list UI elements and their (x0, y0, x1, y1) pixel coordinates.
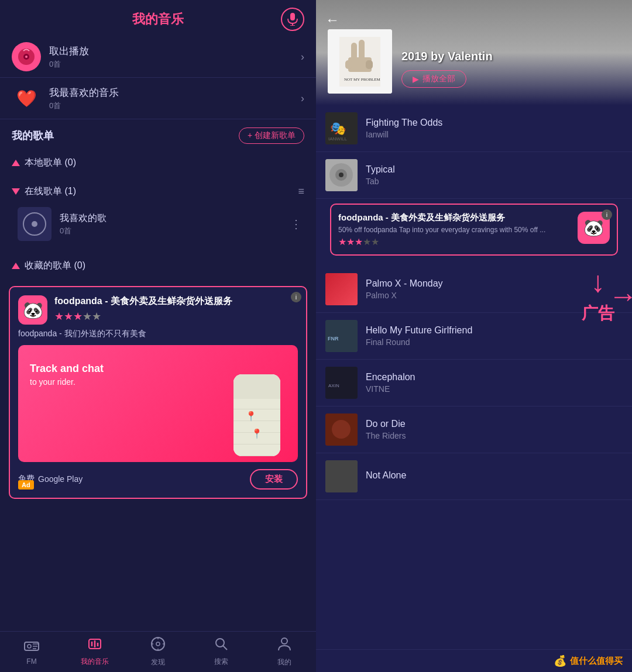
left-ad-image-subtitle: to your rider. (30, 377, 104, 387)
nav-label-mymusic: 我的音乐 (81, 657, 109, 667)
nav-item-mymusic[interactable]: 我的音乐 (63, 632, 126, 672)
track-name-4: Encephalon (366, 372, 623, 382)
collected-songs-left: 收藏的歌单 (0) (12, 260, 85, 272)
track-thumb-3: FNR (325, 320, 358, 352)
local-songs-title: 本地歌单 (0) (25, 157, 76, 169)
track-item-6[interactable]: Not Alone (316, 453, 632, 500)
bottom-nav: FM 我的音乐 (0, 631, 316, 672)
online-songs-title: 在线歌单 (1) (25, 185, 76, 198)
play-all-button[interactable]: ▶ 播放全部 (401, 70, 466, 88)
left-ad-text: foodpanda - 美食外卖及生鲜杂货外送服务 ★★★★★ (54, 295, 232, 325)
nav-label-fm: FM (26, 657, 36, 666)
left-ad-desc: foodpanda - 我们外送的不只有美食 (18, 329, 298, 339)
nav-item-discover[interactable]: 发现 (126, 632, 190, 672)
svg-point-45 (332, 420, 351, 439)
track-item-2[interactable]: Palmo X - Monday Palmo X (316, 266, 632, 313)
left-ad-footer: 免费 Google Play 安装 (18, 469, 298, 490)
track-thumb-0: 🎭 IANWILL (325, 112, 358, 144)
right-info-badge[interactable]: i (602, 209, 612, 220)
local-songs-triangle-icon (12, 160, 20, 166)
song-thumb-xihuande (18, 207, 51, 241)
song-info-xihuande: 我喜欢的歌 0首 (60, 212, 282, 236)
album-title-area: 2019 by Valentin ▶ 播放全部 (401, 50, 620, 94)
svg-rect-0 (290, 13, 295, 20)
local-songs-subsection: 本地歌单 (0) (0, 149, 316, 177)
playlist-info-recent: 取出播放 0首 (49, 44, 301, 70)
track-info-3: Hello My Future Girlfriend Final Round (366, 325, 623, 347)
track-item-4[interactable]: AXIN Encephalon VITNE (316, 360, 632, 406)
song-thumb-inner (23, 212, 46, 236)
left-ad-image: Track and chat to your rider. 📍 📍 (18, 345, 298, 462)
track-name-3: Hello My Future Girlfriend (366, 325, 623, 336)
zhide-icon: 💰 (554, 654, 566, 667)
svg-point-7 (28, 645, 31, 648)
left-title: 我的音乐 (132, 11, 184, 28)
track-info-0: Fighting The Odds Ianwill (366, 118, 623, 139)
playlist-count-recent: 0首 (49, 59, 301, 70)
svg-rect-39 (325, 273, 358, 305)
track-name-6: Not Alone (366, 470, 623, 481)
track-name-2: Palmo X - Monday (366, 278, 623, 289)
svg-point-15 (152, 637, 164, 650)
my-songs-section-header: 我的歌单 + 创建新歌单 (0, 119, 316, 149)
svg-rect-28 (345, 60, 352, 69)
my-songs-title: 我的歌单 (12, 129, 54, 143)
nav-item-profile[interactable]: 我的 (253, 632, 316, 672)
zhide-area[interactable]: 💰 值什么值得买 (554, 654, 623, 667)
svg-line-22 (223, 646, 227, 650)
play-all-label: 播放全部 (423, 74, 455, 84)
left-ad-container[interactable]: i 🐼 foodpanda - 美食外卖及生鲜杂货外送服务 ★★★★★ food… (9, 286, 307, 499)
collected-songs-header[interactable]: 收藏的歌单 (0) (12, 256, 304, 275)
create-playlist-button[interactable]: + 创建新歌单 (239, 127, 304, 144)
track-item-3[interactable]: FNR Hello My Future Girlfriend Final Rou… (316, 313, 632, 360)
svg-text:🎭: 🎭 (330, 120, 346, 136)
svg-text:FNR: FNR (328, 336, 339, 342)
left-ad-image-text: Track and chat (30, 363, 104, 375)
right-panel: ← (316, 0, 632, 672)
svg-rect-26 (359, 40, 365, 60)
playlist-item-favorite[interactable]: ❤️ 我最喜欢的音乐 0首 › (0, 78, 316, 119)
svg-point-21 (216, 639, 224, 647)
playlist-info-favorite: 我最喜欢的音乐 0首 (49, 86, 301, 111)
local-songs-header[interactable]: 本地歌单 (0) (12, 153, 304, 173)
more-dots-icon[interactable]: ⋮ (290, 217, 304, 231)
track-name-5: Do or Die (366, 419, 623, 429)
song-item-xihuande[interactable]: 我喜欢的歌 0首 ⋮ (12, 201, 304, 247)
playlist-name-favorite: 我最喜欢的音乐 (49, 86, 301, 99)
track-artist-2: Palmo X (366, 291, 623, 300)
track-artist-5: The Riders (366, 431, 623, 440)
track-list: 🎭 IANWILL Fighting The Odds Ianwill (316, 105, 632, 649)
track-thumb-4: AXIN (325, 367, 358, 399)
list-view-icon[interactable]: ≡ (298, 185, 304, 198)
track-info-6: Not Alone (366, 470, 623, 483)
profile-icon (277, 636, 291, 655)
right-ad-container[interactable]: foodpanda - 美食外卖及生鲜杂货外送服务 50% off foodpa… (330, 204, 618, 256)
mic-button[interactable] (281, 8, 304, 31)
track-name-1: Typical (366, 164, 623, 175)
track-item-5[interactable]: Do or Die The Riders (316, 406, 632, 453)
track-artist-4: VITNE (366, 384, 623, 394)
back-button[interactable]: ← (325, 12, 339, 28)
ad-install-button[interactable]: 安装 (250, 469, 298, 490)
svg-point-23 (281, 638, 287, 644)
nav-item-search[interactable]: 搜索 (190, 632, 253, 672)
track-info-1: Typical Tab (366, 164, 623, 186)
playlist-icon-favorite: ❤️ (12, 84, 41, 113)
right-header: ← (316, 0, 632, 105)
playlist-item-recent[interactable]: 取出播放 0首 › (0, 36, 316, 78)
online-songs-left: 在线歌单 (1) (12, 185, 76, 198)
nav-item-fm[interactable]: FM (0, 632, 63, 672)
info-badge-icon[interactable]: i (291, 292, 301, 302)
playlist-name-recent: 取出播放 (49, 44, 301, 58)
svg-point-16 (156, 642, 160, 646)
foodpanda-icon: 🐼 (18, 295, 47, 325)
discover-icon (150, 636, 166, 655)
search-icon (214, 637, 228, 654)
track-item-1[interactable]: Typical Tab (316, 152, 632, 199)
right-ad-content: foodpanda - 美食外卖及生鲜杂货外送服务 50% off foodpa… (338, 212, 571, 247)
online-songs-header[interactable]: 在线歌单 (1) ≡ (12, 182, 304, 201)
track-info-2: Palmo X - Monday Palmo X (366, 278, 623, 300)
track-item-0[interactable]: 🎭 IANWILL Fighting The Odds Ianwill (316, 105, 632, 152)
svg-text:AXIN: AXIN (328, 383, 339, 388)
track-artist-1: Tab (366, 177, 623, 186)
